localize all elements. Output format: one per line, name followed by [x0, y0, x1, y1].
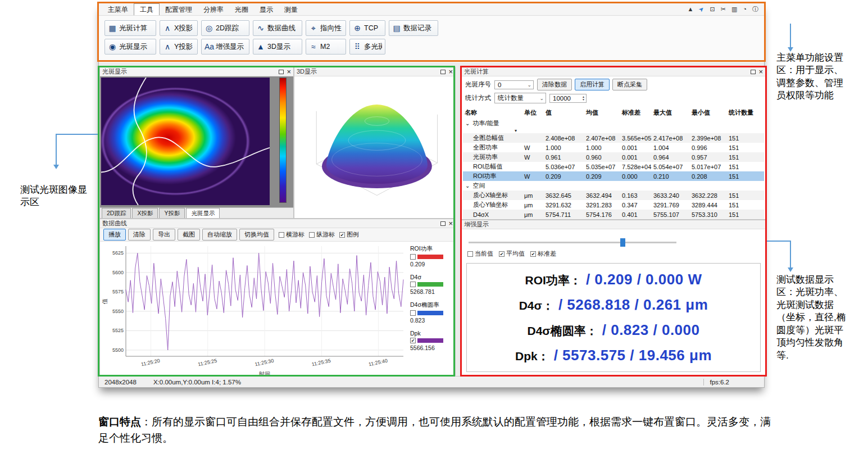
- close-panel-icon[interactable]: ×: [448, 69, 453, 75]
- tool-button-光斑计算[interactable]: ▦光斑计算: [104, 20, 156, 36]
- curve-button-自动缩放[interactable]: 自动缩放: [202, 229, 237, 241]
- cell: 0.964: [652, 152, 690, 162]
- table-row-光斑功率[interactable]: 光斑功率W0.9610.9600.0010.9640.957151: [463, 152, 764, 162]
- close-panel-icon[interactable]: ×: [448, 221, 453, 226]
- curve-check-图例[interactable]: ✔图例: [339, 230, 359, 239]
- enhanced-slider[interactable]: [469, 242, 676, 243]
- table-row-全图功率[interactable]: 全图功率W1.0001.0000.0011.0040.996151: [463, 143, 764, 152]
- menu-tab-显示[interactable]: 显示: [254, 3, 279, 15]
- svg-text:5625: 5625: [112, 250, 124, 256]
- checkbox-icon: ✔: [339, 232, 345, 238]
- tool-button-3D显示[interactable]: ▲3D显示: [253, 39, 302, 55]
- stat-count-spinner[interactable]: 10000 ▲ ▼: [549, 94, 587, 103]
- menu-tab-分辨率[interactable]: 分辨率: [198, 3, 229, 15]
- curve-check-纵游标[interactable]: 纵游标: [309, 230, 335, 239]
- panel-controls: ×: [751, 69, 763, 75]
- chevron-down-icon: ⌄: [539, 96, 544, 101]
- float-panel-icon[interactable]: [440, 221, 446, 226]
- curve-button-切换均值[interactable]: 切换均值: [239, 229, 274, 241]
- tool-button-光斑显示[interactable]: ◉光斑显示: [104, 39, 156, 55]
- checkbox-label: 当前值: [475, 250, 493, 258]
- tool-button-M2[interactable]: ≈M2: [306, 39, 346, 55]
- curve-button-导出[interactable]: 导出: [153, 229, 175, 241]
- calc-button-断点采集[interactable]: 断点采集: [612, 79, 647, 90]
- tool-button-X投影[interactable]: ∧X投影: [160, 20, 198, 36]
- slider-handle[interactable]: [620, 238, 625, 247]
- menu-tab-测量[interactable]: 测量: [279, 3, 303, 15]
- collapse-icon[interactable]: ▲: [687, 6, 693, 12]
- legend-checkbox[interactable]: [410, 310, 416, 316]
- calc-button-启用计算[interactable]: 启用计算: [575, 79, 610, 90]
- surface-3d-plot[interactable]: [296, 78, 454, 217]
- tool-button-数据曲线[interactable]: ∿数据曲线: [253, 20, 302, 36]
- menu-tab-主菜单[interactable]: 主菜单: [102, 3, 134, 15]
- legend-item-D4σ: D4σ5268.781: [410, 274, 454, 295]
- app-window: 主菜单工具配置管理分辨率光圈显示测量 ▲➤⊡✂▥◔ⓘ ▦光斑计算∧X投影◎2D跟…: [98, 3, 765, 388]
- trend-line-chart[interactable]: 55005525555055755600562511:25:2011:25:25…: [100, 242, 409, 378]
- menu-tab-光圈[interactable]: 光圈: [229, 3, 254, 15]
- tool-button-多光斑[interactable]: ⠿多光斑: [349, 39, 385, 55]
- curve-button-截图[interactable]: 截图: [178, 229, 200, 241]
- history-icon[interactable]: ◔: [743, 6, 747, 12]
- beam-tab-Y投影[interactable]: Y投影: [159, 208, 185, 218]
- enhanced-rows: ROI功率：/ 0.209 / 0.000 WD4σ：/ 5268.818 / …: [467, 267, 760, 368]
- enh-check-当前值[interactable]: 当前值: [467, 250, 493, 258]
- menu-tab-工具[interactable]: 工具: [134, 3, 160, 15]
- close-panel-icon[interactable]: ×: [758, 69, 763, 75]
- cell: 2.399e+08: [690, 133, 727, 143]
- beam-tab-X投影[interactable]: X投影: [132, 208, 158, 218]
- beam-image-margin: [270, 78, 279, 206]
- group-row-空间[interactable]: ⌄空间: [463, 181, 764, 191]
- legend-checkbox[interactable]: [410, 254, 416, 260]
- col-header-最大值: 最大值: [652, 107, 690, 119]
- cell: 1.000: [544, 143, 584, 152]
- beam-tab-光斑显示[interactable]: 光斑显示: [186, 208, 220, 218]
- cell: 5755.107: [652, 210, 690, 219]
- table-row-D4σX[interactable]: D4σXμm5754.7115754.1760.4015755.1075753.…: [463, 210, 764, 219]
- tool-button-增强显示[interactable]: Aa增强显示: [201, 39, 249, 55]
- curve-check-横游标[interactable]: 横游标: [279, 230, 305, 239]
- tool-button-2D跟踪[interactable]: ◎2D跟踪: [201, 20, 249, 36]
- table-row-质心X轴坐标[interactable]: 质心X轴坐标μm3632.6453632.4940.1633633.240363…: [463, 191, 764, 200]
- float-panel-icon[interactable]: [279, 70, 284, 74]
- checkbox-icon: [309, 232, 315, 238]
- float-panel-icon[interactable]: [440, 70, 446, 74]
- table-row-全图总幅值[interactable]: 全图总幅值2.408e+082.407e+083.565e+052.417e+0…: [463, 133, 764, 143]
- panel-title: 数据曲线: [102, 219, 127, 228]
- lock-icon[interactable]: ⊡: [710, 6, 715, 12]
- stat-method-select[interactable]: 统计数量 ⌄: [494, 93, 546, 103]
- cell: 5753.310: [690, 210, 727, 219]
- close-panel-icon[interactable]: ×: [287, 69, 291, 75]
- table-row-质心Y轴坐标[interactable]: 质心Y轴坐标μm3291.6323291.2830.3473291.769328…: [463, 200, 764, 210]
- caption-text: 窗口特点：所有的显示窗口可自由组合并保存配置文件，方便调用，也可使用系统默认的配…: [98, 414, 781, 446]
- cell: [522, 133, 544, 143]
- legend-checkbox[interactable]: ✔: [410, 338, 416, 343]
- checkbox-label: 标准差: [538, 250, 556, 258]
- tool-button-Y投影[interactable]: ∧Y投影: [160, 39, 198, 55]
- resolution-readout: 2048x2048: [104, 379, 137, 386]
- table-row-ROI总幅值[interactable]: ROI总幅值5.036e+075.035e+077.528e+045.054e+…: [463, 162, 764, 171]
- tool-button-数据记录[interactable]: ▤数据记录: [389, 20, 438, 36]
- beam-tab-2D跟踪[interactable]: 2D跟踪: [102, 208, 131, 218]
- table-row-ROI功率[interactable]: ROI功率W0.2090.2090.0000.2100.208151: [463, 171, 764, 181]
- tool-button-指向性[interactable]: ⌖指向性: [306, 20, 346, 36]
- spinner-down-icon[interactable]: ▼: [582, 98, 585, 101]
- info-icon[interactable]: ⓘ: [752, 6, 758, 12]
- cut-icon[interactable]: ✂: [721, 6, 726, 12]
- enh-check-标准差[interactable]: ✔标准差: [530, 250, 556, 258]
- menu-tab-配置管理[interactable]: 配置管理: [160, 3, 198, 15]
- float-panel-icon[interactable]: [751, 70, 756, 74]
- beam-index-select[interactable]: 0 ⌄: [494, 80, 534, 89]
- beam-spot-heatmap[interactable]: [101, 78, 270, 205]
- pin-icon[interactable]: ➤: [698, 5, 706, 13]
- legend-checkbox[interactable]: [410, 282, 416, 287]
- calc-button-清除数据[interactable]: 清除数据: [537, 79, 572, 90]
- enh-check-平均值[interactable]: ✔平均值: [499, 250, 525, 258]
- row-name: ROI功率: [463, 171, 522, 181]
- layout-icon[interactable]: ▥: [731, 6, 737, 12]
- group-row-功率/能量[interactable]: ⌄功率/能量: [463, 119, 764, 128]
- tool-button-TCP[interactable]: ⊕TCP: [349, 20, 385, 36]
- col-header-标准差: 标准差: [620, 107, 652, 119]
- curve-button-播放[interactable]: 播放: [103, 229, 126, 241]
- curve-button-清除[interactable]: 清除: [128, 229, 151, 241]
